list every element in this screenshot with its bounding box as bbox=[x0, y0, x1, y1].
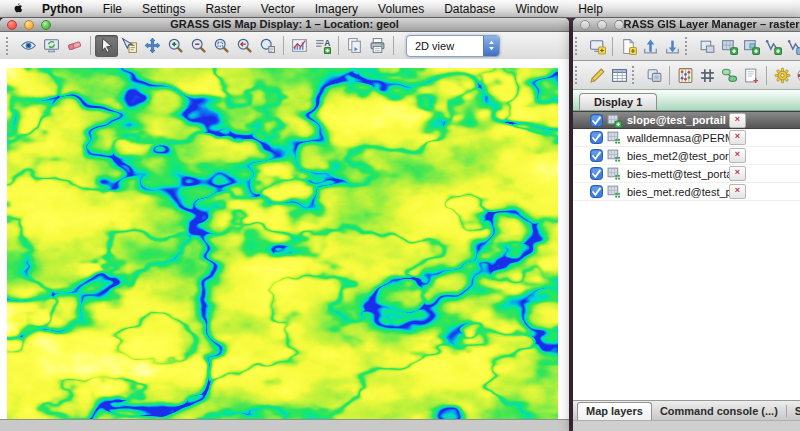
layer-row[interactable]: slope@test_portail× bbox=[573, 111, 800, 129]
apple-logo-icon[interactable] bbox=[10, 1, 26, 17]
layer-row[interactable]: walldemnasa@PERMANENT× bbox=[573, 129, 800, 147]
zoom-out-icon[interactable] bbox=[187, 35, 210, 57]
layer-checkbox[interactable] bbox=[590, 114, 603, 127]
add-multi-icon[interactable] bbox=[696, 35, 718, 57]
raster-calc-icon[interactable] bbox=[674, 64, 696, 86]
raster-map-view[interactable] bbox=[7, 68, 558, 420]
view-mode-select[interactable]: 2D view bbox=[406, 35, 500, 57]
save-display-icon[interactable] bbox=[343, 35, 366, 57]
layer-label: bies_met2@test_portail bbox=[627, 150, 729, 162]
map-toolbar: A 2D view bbox=[0, 32, 569, 60]
map-window-title: GRASS GIS Map Display: 1 – Location: geo… bbox=[0, 18, 569, 31]
minimize-button[interactable] bbox=[597, 20, 607, 30]
toolbar-grip[interactable] bbox=[632, 66, 639, 84]
display-map-icon[interactable] bbox=[17, 35, 40, 57]
layer-delete-button[interactable]: × bbox=[729, 148, 746, 163]
raster-rgb-icon bbox=[607, 184, 622, 199]
render-map-icon[interactable] bbox=[40, 35, 63, 57]
combo-stepper-icon[interactable] bbox=[483, 36, 499, 56]
tab-command-console[interactable]: Command console (...) bbox=[652, 403, 786, 420]
add-vector-misc-icon[interactable] bbox=[784, 35, 800, 57]
pan-icon[interactable] bbox=[141, 35, 164, 57]
zoom-back-icon[interactable] bbox=[233, 35, 256, 57]
layer-row[interactable]: bies_met2@test_portail× bbox=[573, 147, 800, 165]
tab-map-layers[interactable]: Map layers bbox=[577, 402, 652, 420]
map-display-window: GRASS GIS Map Display: 1 – Location: geo… bbox=[0, 18, 569, 431]
menu-window[interactable]: Window bbox=[506, 0, 569, 18]
help-icon[interactable] bbox=[793, 64, 800, 86]
layer-checkbox[interactable] bbox=[590, 131, 603, 144]
menu-settings[interactable]: Settings bbox=[132, 0, 195, 18]
menu-volumes[interactable]: Volumes bbox=[368, 0, 434, 18]
menu-imagery[interactable]: Imagery bbox=[305, 0, 368, 18]
toolbar-grip[interactable] bbox=[575, 66, 582, 84]
opacity-icon[interactable] bbox=[643, 64, 665, 86]
settings-icon[interactable] bbox=[771, 64, 793, 86]
toolbar-grip[interactable] bbox=[685, 37, 692, 55]
ws-open-icon[interactable] bbox=[639, 35, 661, 57]
map-statusbar bbox=[0, 419, 569, 431]
add-vector-icon[interactable] bbox=[762, 35, 784, 57]
layer-delete-button[interactable]: × bbox=[729, 130, 746, 145]
lm-toolbar-row2 bbox=[573, 61, 800, 90]
add-raster-misc-icon[interactable] bbox=[740, 35, 762, 57]
menu-help[interactable]: Help bbox=[568, 0, 613, 18]
layer-delete-button[interactable]: × bbox=[729, 184, 746, 199]
layer-delete-button[interactable]: × bbox=[729, 166, 746, 181]
close-button[interactable] bbox=[7, 20, 17, 30]
layer-checkbox[interactable] bbox=[590, 167, 603, 180]
pointer-icon[interactable] bbox=[95, 35, 118, 57]
query-icon[interactable] bbox=[118, 35, 141, 57]
toolbar-separator bbox=[283, 36, 284, 55]
menu-file[interactable]: File bbox=[93, 0, 132, 18]
layer-row[interactable]: bies_met.red@test_portail× bbox=[573, 183, 800, 201]
digitize-icon[interactable] bbox=[586, 64, 608, 86]
map-window-titlebar[interactable]: GRASS GIS Map Display: 1 – Location: geo… bbox=[0, 18, 569, 32]
composer-icon[interactable] bbox=[740, 64, 762, 86]
analyze-icon[interactable] bbox=[288, 35, 311, 57]
zoom-region-icon[interactable] bbox=[210, 35, 233, 57]
add-overlay-icon[interactable]: A bbox=[311, 35, 334, 57]
ws-save-icon[interactable] bbox=[661, 35, 683, 57]
minimize-button[interactable] bbox=[24, 20, 34, 30]
modeler-icon[interactable] bbox=[696, 64, 718, 86]
tab-search-module[interactable]: Search module bbox=[787, 403, 800, 420]
menu-python[interactable]: Python bbox=[32, 0, 93, 18]
georectify-icon[interactable] bbox=[718, 64, 740, 86]
display-notebook-strip: Display 1 bbox=[573, 90, 800, 111]
zoom-menu-icon[interactable] bbox=[256, 35, 279, 57]
zoom-in-icon[interactable] bbox=[164, 35, 187, 57]
layer-label: bies-mett@test_portail bbox=[627, 168, 729, 180]
toolbar-separator bbox=[669, 66, 670, 85]
toolbar-grip[interactable] bbox=[6, 37, 13, 55]
menu-raster[interactable]: Raster bbox=[195, 0, 250, 18]
layer-list: slope@test_portail×walldemnasa@PERMANENT… bbox=[573, 111, 800, 400]
svg-text:A: A bbox=[324, 38, 330, 48]
toolbar-separator bbox=[766, 66, 767, 85]
erase-icon[interactable] bbox=[63, 35, 86, 57]
print-icon[interactable] bbox=[366, 35, 389, 57]
raster-rgb-icon bbox=[607, 148, 622, 163]
ws-new-icon[interactable] bbox=[617, 35, 639, 57]
menu-vector[interactable]: Vector bbox=[251, 0, 305, 18]
toolbar-grip[interactable] bbox=[575, 37, 582, 55]
new-display-icon[interactable] bbox=[586, 35, 608, 57]
layer-label: slope@test_portail bbox=[627, 114, 726, 126]
zoom-button[interactable] bbox=[41, 20, 51, 30]
layer-checkbox[interactable] bbox=[590, 149, 603, 162]
layer-row[interactable]: bies-mett@test_portail× bbox=[573, 165, 800, 183]
map-canvas-area bbox=[0, 59, 569, 420]
lm-window-titlebar[interactable]: GRASS GIS Layer Manager – rasterpo bbox=[573, 18, 800, 32]
close-button[interactable] bbox=[580, 20, 590, 30]
zoom-button[interactable] bbox=[614, 20, 624, 30]
menu-bar: PythonFileSettingsRasterVectorImageryVol… bbox=[0, 0, 800, 18]
raster-rgb-icon bbox=[607, 166, 622, 181]
layer-label: bies_met.red@test_portail bbox=[627, 186, 729, 198]
attr-table-icon[interactable] bbox=[608, 64, 630, 86]
tab-display-1[interactable]: Display 1 bbox=[579, 93, 657, 110]
layer-delete-button[interactable]: × bbox=[729, 113, 746, 128]
add-raster-icon[interactable] bbox=[718, 35, 740, 57]
layer-checkbox[interactable] bbox=[590, 185, 603, 198]
lm-toolbar-row1 bbox=[573, 32, 800, 61]
menu-database[interactable]: Database bbox=[434, 0, 505, 18]
